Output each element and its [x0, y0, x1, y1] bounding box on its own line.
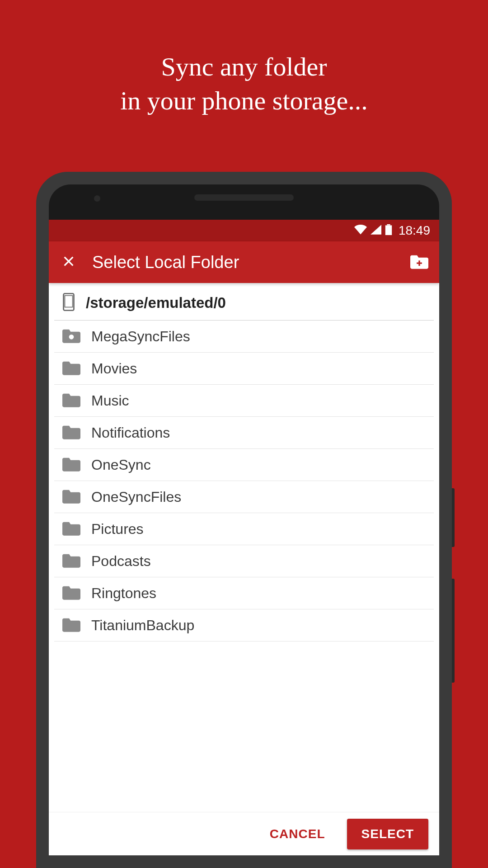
phone-screen: 18:49 Select Local Folder: [49, 220, 439, 855]
select-button[interactable]: SELECT: [347, 819, 428, 849]
folder-label: Notifications: [91, 425, 170, 441]
camera-folder-icon: [62, 328, 80, 345]
phone-side-button: [452, 579, 455, 683]
folder-label: TitaniumBackup: [91, 617, 194, 634]
close-icon: [61, 254, 76, 270]
folder-label: Music: [91, 392, 129, 409]
promo-line2: in your phone storage...: [0, 84, 488, 118]
status-bar: 18:49: [49, 220, 439, 241]
folder-item[interactable]: OneSync: [54, 449, 434, 481]
battery-icon: [385, 224, 392, 237]
new-folder-button[interactable]: [408, 251, 430, 273]
folder-item[interactable]: Podcasts: [54, 545, 434, 577]
folder-item[interactable]: Music: [54, 385, 434, 417]
folder-label: Pictures: [91, 521, 144, 538]
folder-item[interactable]: Movies: [54, 353, 434, 385]
cancel-button[interactable]: CANCEL: [262, 821, 333, 848]
new-folder-icon: [410, 254, 428, 271]
svg-rect-1: [385, 225, 392, 235]
current-path: /storage/emulated/0: [86, 294, 226, 311]
app-bar: Select Local Folder: [49, 241, 439, 283]
phone-frame: 18:49 Select Local Folder: [36, 172, 452, 868]
folder-icon: [62, 424, 80, 441]
status-time: 18:49: [399, 223, 430, 238]
folder-icon: [62, 456, 80, 473]
bottom-action-bar: CANCEL SELECT: [49, 812, 439, 855]
folder-label: Movies: [91, 360, 137, 377]
folder-label: OneSync: [91, 457, 151, 473]
folder-icon: [62, 585, 80, 602]
phone-camera: [94, 195, 100, 202]
folder-label: OneSyncFiles: [91, 489, 181, 505]
folder-item[interactable]: Ringtones: [54, 577, 434, 609]
folder-icon: [62, 520, 80, 538]
phone-side-button: [452, 488, 455, 547]
wifi-icon: [354, 225, 367, 236]
folder-item[interactable]: TitaniumBackup: [54, 609, 434, 642]
phone-speaker: [194, 194, 294, 201]
folder-item[interactable]: Pictures: [54, 513, 434, 545]
folder-list[interactable]: MegaSyncFilesMoviesMusicNotificationsOne…: [49, 321, 439, 812]
svg-rect-3: [65, 296, 72, 307]
folder-item[interactable]: MegaSyncFiles: [54, 321, 434, 353]
folder-label: Ringtones: [91, 585, 156, 602]
folder-item[interactable]: Notifications: [54, 417, 434, 449]
folder-icon: [62, 360, 80, 377]
phone-icon: [62, 293, 75, 313]
svg-rect-0: [387, 224, 390, 225]
folder-label: Podcasts: [91, 553, 151, 570]
svg-point-4: [69, 335, 74, 340]
promo-line1: Sync any folder: [0, 50, 488, 84]
app-bar-title: Select Local Folder: [92, 253, 408, 272]
folder-icon: [62, 488, 80, 505]
close-button[interactable]: [58, 251, 80, 273]
content-area: /storage/emulated/0 MegaSyncFilesMoviesM…: [49, 283, 439, 812]
phone-inner: 18:49 Select Local Folder: [49, 184, 439, 855]
signal-icon: [371, 225, 381, 236]
folder-icon: [62, 617, 80, 634]
promo-heading: Sync any folder in your phone storage...: [0, 0, 488, 118]
folder-icon: [62, 392, 80, 409]
path-bar[interactable]: /storage/emulated/0: [54, 283, 434, 321]
folder-label: MegaSyncFiles: [91, 328, 190, 345]
folder-item[interactable]: OneSyncFiles: [54, 481, 434, 513]
folder-icon: [62, 552, 80, 570]
